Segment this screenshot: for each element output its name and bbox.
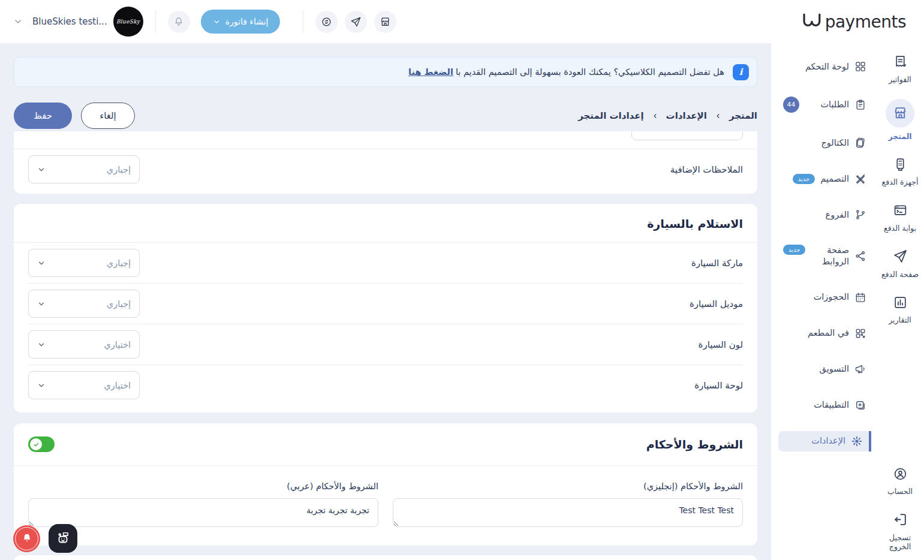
sidebar-item-payment-gateway[interactable]: بوابة الدفع bbox=[877, 201, 923, 233]
outer-sidebar: الفواتير المتجر أجهزة الدفع بوابة الدفع … bbox=[876, 43, 924, 560]
nav-item-dine-in[interactable]: في المطعم bbox=[778, 323, 871, 344]
divider bbox=[14, 465, 757, 466]
storefront-icon bbox=[380, 16, 391, 28]
nav-item-label: الطلبات bbox=[820, 99, 849, 110]
bell-icon bbox=[173, 16, 184, 27]
invoices-icon bbox=[891, 53, 909, 71]
car-brand-row: ماركة السيارة إجباري bbox=[28, 243, 743, 283]
brand-logo: payments bbox=[801, 13, 911, 31]
nav-item-reservations[interactable]: الحجوزات bbox=[778, 287, 871, 308]
notification-bell-button[interactable] bbox=[13, 525, 40, 552]
field-label: لوحة السيارة bbox=[694, 380, 743, 391]
sidebar-item-reports[interactable]: التقارير bbox=[877, 293, 923, 325]
sidebar-item-logout[interactable]: تسجيل الخروج bbox=[877, 511, 923, 552]
orders-count-badge: 44 bbox=[783, 97, 799, 113]
section-title: الاستلام بالسيارة bbox=[28, 217, 743, 230]
nav-item-apps[interactable]: التطبيقات bbox=[778, 395, 871, 416]
field-label: موديل السيارة bbox=[690, 299, 743, 309]
share-store-button[interactable] bbox=[345, 11, 367, 33]
nav-item-label: في المطعم bbox=[808, 327, 849, 339]
notifications-button[interactable] bbox=[168, 11, 190, 33]
stacked-cards-icon bbox=[854, 137, 866, 149]
nav-item-design[interactable]: التصميم جديد bbox=[778, 168, 871, 189]
terms-english-field: الشروط والأحكام (إنجليزي) Test Test Test bbox=[393, 481, 743, 529]
car-plate-row: لوحة السيارة اختياري bbox=[28, 365, 743, 405]
paper-plane-icon bbox=[350, 16, 362, 28]
sidebar-item-label: بوابة الدفع bbox=[884, 224, 916, 233]
cancel-button[interactable]: إلغاء bbox=[81, 103, 135, 129]
nav-item-label: صفحة الروابط bbox=[814, 245, 849, 267]
chevron-down-icon bbox=[37, 300, 46, 308]
nav-item-dashboard[interactable]: لوحة التحكم bbox=[778, 56, 871, 77]
clipboard-icon bbox=[854, 99, 866, 111]
car-color-row: لون السيارة اختياري bbox=[28, 324, 743, 365]
sidebar-item-label: المتجر bbox=[888, 132, 911, 141]
nav-item-label: التصميم bbox=[820, 173, 849, 185]
car-model-select[interactable]: إجباري bbox=[28, 290, 140, 318]
field-label: الملاحظات الإضافية bbox=[670, 164, 743, 175]
save-button[interactable]: حفظ bbox=[14, 103, 72, 129]
page-header: المتجر الإعدادات إعدادات المتجر إلغاء حف… bbox=[14, 103, 757, 129]
sidebar-item-payment-page[interactable]: صفحة الدفع bbox=[877, 248, 923, 279]
create-invoice-label: إنشاء فاتورة bbox=[225, 17, 269, 26]
nav-item-label: التسويق bbox=[820, 363, 849, 375]
nav-item-marketing[interactable]: التسويق bbox=[778, 359, 871, 380]
car-plate-select[interactable]: اختياري bbox=[28, 371, 140, 399]
logout-icon bbox=[891, 511, 909, 529]
chevron-down-icon bbox=[37, 381, 46, 390]
breadcrumb-settings[interactable]: الإعدادات bbox=[666, 110, 707, 121]
divider bbox=[155, 10, 156, 33]
terms-arabic-input[interactable]: تجربة تجربة تجربة bbox=[28, 498, 378, 527]
chevron-down-icon bbox=[37, 165, 46, 174]
dashboard-grid-icon bbox=[854, 61, 866, 73]
create-invoice-button[interactable]: إنشاء فاتورة bbox=[201, 10, 281, 34]
account-name[interactable]: BlueSkies testi... bbox=[32, 16, 107, 27]
car-color-select[interactable]: اختياري bbox=[28, 330, 140, 359]
banner-text: هل تفضل التصميم الكلاسيكي؟ يمكنك العودة … bbox=[408, 67, 724, 77]
nav-item-branches[interactable]: الفروع bbox=[778, 204, 871, 225]
terms-toggle[interactable] bbox=[28, 436, 55, 452]
car-pickup-card: الاستلام بالسيارة ماركة السيارة إجباري م… bbox=[14, 204, 757, 413]
design-tools-icon bbox=[854, 173, 866, 185]
car-brand-select[interactable]: إجباري bbox=[28, 249, 140, 277]
clipped-select[interactable] bbox=[631, 131, 743, 140]
chatbot-button[interactable] bbox=[49, 524, 77, 553]
currency-exchange-button[interactable] bbox=[315, 11, 338, 33]
classic-design-banner: i هل تفضل التصميم الكلاسيكي؟ يمكنك العود… bbox=[14, 57, 757, 87]
currency-exchange-icon bbox=[321, 16, 332, 28]
bar-chart-icon bbox=[891, 293, 909, 311]
breadcrumb-store-settings: إعدادات المتجر bbox=[578, 110, 643, 121]
breadcrumb-store[interactable]: المتجر bbox=[729, 110, 757, 121]
terms-card: الشروط والأحكام الشروط والأحكام (إنجليزي… bbox=[14, 423, 757, 546]
share-links-icon bbox=[854, 250, 866, 262]
account-chevron-down-icon[interactable] bbox=[13, 17, 23, 26]
apps-plus-icon bbox=[854, 399, 866, 411]
terms-arabic-field: الشروط والأحكام (عربي) تجربة تجربة تجربة bbox=[28, 481, 378, 529]
calendar-icon bbox=[854, 291, 866, 303]
breadcrumb: المتجر الإعدادات إعدادات المتجر bbox=[578, 110, 757, 121]
banner-link[interactable]: الضغط هنا bbox=[408, 67, 453, 77]
field-label: ماركة السيارة bbox=[691, 258, 743, 269]
additional-notes-select[interactable]: إجباري bbox=[28, 155, 140, 183]
pos-device-icon bbox=[891, 155, 909, 173]
nav-item-catalog[interactable]: الكتالوج bbox=[778, 133, 871, 153]
toggle-check-icon bbox=[30, 438, 42, 450]
megaphone-icon bbox=[854, 363, 866, 375]
sidebar-item-invoices[interactable]: الفواتير bbox=[877, 53, 923, 85]
nav-item-settings[interactable]: الإعدادات bbox=[778, 431, 871, 451]
notes-card: الملاحظات الإضافية إجباري bbox=[14, 131, 757, 194]
field-label: الشروط والأحكام (عربي) bbox=[28, 481, 378, 491]
new-badge: جديد bbox=[783, 245, 805, 255]
nav-item-label: الحجوزات bbox=[814, 291, 849, 303]
store-avatar[interactable]: BlueSky bbox=[113, 7, 143, 37]
robot-chat-icon bbox=[55, 531, 71, 546]
storefront-button[interactable] bbox=[374, 11, 396, 33]
sidebar-item-payment-devices[interactable]: أجهزة الدفع bbox=[877, 155, 923, 187]
sidebar-item-account[interactable]: الحساب bbox=[877, 465, 923, 496]
scrolled-card-clip: الملاحظات الإضافية إجباري bbox=[14, 131, 757, 194]
nav-item-links-page[interactable]: صفحة الروابط جديد bbox=[778, 240, 871, 272]
nav-item-orders[interactable]: الطلبات 44 bbox=[778, 92, 871, 117]
terms-english-input[interactable]: Test Test Test bbox=[393, 498, 743, 527]
chevron-down-icon bbox=[37, 259, 46, 267]
sidebar-item-store[interactable]: المتجر bbox=[877, 99, 923, 141]
